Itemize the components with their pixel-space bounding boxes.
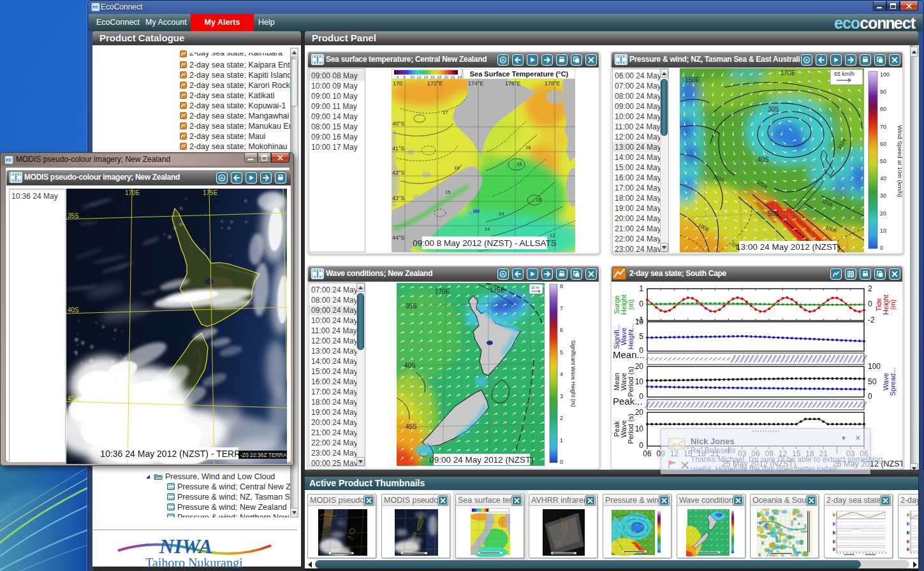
- svg-text:09:00 24 May 2012 (NZST): 09:00 24 May 2012 (NZST): [429, 455, 534, 465]
- svg-text:PeakWavePeriod (s): PeakWavePeriod (s): [613, 414, 634, 444]
- svg-text:WaveSpread...: WaveSpread...: [882, 368, 897, 396]
- svg-text:10: 10: [880, 228, 886, 234]
- svg-text:8: 8: [560, 283, 563, 289]
- svg-text:42°S: 42°S: [392, 170, 405, 176]
- svg-text:41°S: 41°S: [392, 145, 405, 152]
- svg-text:60: 60: [880, 141, 886, 147]
- svg-text:174°E: 174°E: [468, 80, 484, 87]
- svg-text:6: 6: [560, 327, 563, 333]
- svg-text:45S: 45S: [68, 395, 79, 402]
- svg-text:170: 170: [393, 80, 402, 87]
- svg-text:150E: 150E: [685, 76, 700, 83]
- svg-text:20: 20: [880, 210, 886, 217]
- svg-text:-2: -2: [868, 315, 875, 324]
- svg-text:Significant Wave Height (m): Significant Wave Height (m): [570, 340, 576, 407]
- svg-text:1: 1: [560, 437, 563, 444]
- svg-text:90: 90: [880, 89, 886, 95]
- svg-text:14: 14: [423, 75, 428, 79]
- svg-text:40°S: 40°S: [392, 120, 405, 127]
- svg-text:30S: 30S: [768, 106, 779, 113]
- svg-text:06: 06: [643, 449, 652, 458]
- svg-text:50: 50: [880, 158, 886, 164]
- svg-text:172°E: 172°E: [427, 80, 443, 87]
- svg-text:50: 50: [868, 377, 877, 386]
- svg-text:20: 20: [444, 75, 448, 79]
- svg-text:170E: 170E: [781, 69, 796, 76]
- svg-text:20: 20: [635, 362, 644, 371]
- svg-text:10:36 24 May 2012 (NZST) - TER: 10:36 24 May 2012 (NZST) - TERRA: [100, 449, 247, 459]
- svg-text:ec: ec: [6, 157, 11, 163]
- svg-text:5: 5: [639, 332, 643, 341]
- svg-text:20: 20: [635, 408, 644, 417]
- svg-text:170E: 170E: [125, 189, 140, 196]
- svg-text:7: 7: [560, 305, 563, 312]
- svg-text:0: 0: [880, 245, 883, 251]
- svg-text:Sea Surface Temperature (°C): Sea Surface Temperature (°C): [470, 70, 569, 78]
- svg-text:Taihoro Nukurangi: Taihoro Nukurangi: [145, 556, 243, 568]
- svg-text:0: 0: [639, 300, 643, 308]
- svg-text:10: 10: [635, 377, 644, 386]
- svg-text:16: 16: [454, 165, 459, 171]
- svg-text:10: 10: [410, 75, 414, 79]
- svg-text:35S: 35S: [406, 303, 417, 310]
- svg-text:10 m: 10 m: [531, 286, 539, 289]
- svg-text:13:00 24 May 2012 (NZST): 13:00 24 May 2012 (NZST): [736, 242, 840, 252]
- svg-text:0: 0: [639, 441, 643, 450]
- svg-text:Wind Speed at 10m (km/h): Wind Speed at 10m (km/h): [897, 126, 904, 198]
- svg-text:0: 0: [560, 459, 563, 465]
- svg-text:15: 15: [445, 189, 450, 195]
- svg-text:175E: 175E: [203, 189, 218, 196]
- svg-text:2: 2: [868, 284, 872, 293]
- svg-text:16: 16: [430, 75, 435, 79]
- svg-text:TideHeight(m): TideHeight(m): [875, 294, 897, 315]
- svg-text:40S: 40S: [404, 362, 416, 369]
- svg-text:80: 80: [880, 106, 886, 112]
- svg-text:NIWA: NIWA: [159, 535, 212, 558]
- svg-text:43°S: 43°S: [392, 195, 405, 201]
- svg-text:100: 100: [880, 71, 890, 78]
- svg-text:SurgeHeight(m): SurgeHeight(m): [613, 294, 634, 315]
- svg-text:-Z0 22:36Z TERRA: -Z0 22:36Z TERRA: [240, 452, 287, 458]
- svg-text:40: 40: [880, 175, 886, 182]
- svg-text:14: 14: [499, 211, 504, 217]
- svg-text:16: 16: [525, 145, 531, 150]
- svg-text:15: 15: [536, 197, 541, 203]
- svg-text:12: 12: [550, 233, 555, 238]
- svg-text:09:00 8 May 2012 (NZST) - ALLS: 09:00 8 May 2012 (NZST) - ALLSATS: [413, 238, 557, 248]
- svg-text:50S: 50S: [768, 210, 779, 217]
- svg-text:24: 24: [457, 75, 462, 79]
- svg-text:3: 3: [560, 393, 563, 400]
- svg-text:12: 12: [417, 75, 422, 79]
- svg-text:30: 30: [880, 192, 886, 199]
- svg-text:40S: 40S: [68, 307, 79, 314]
- svg-text:40S: 40S: [758, 156, 769, 163]
- svg-text:45S: 45S: [406, 423, 417, 430]
- svg-text:4: 4: [560, 371, 563, 377]
- svg-text:65 km/h: 65 km/h: [834, 71, 854, 77]
- svg-text:35S: 35S: [68, 212, 79, 219]
- svg-text:14: 14: [485, 226, 490, 232]
- svg-text:Peak...: Peak...: [613, 396, 643, 407]
- svg-text:70: 70: [880, 124, 886, 130]
- svg-text:10: 10: [635, 317, 644, 326]
- svg-text:22: 22: [451, 75, 455, 79]
- svg-text:MeanWavePeriod (s): MeanWavePeriod (s): [613, 366, 634, 397]
- svg-text:15: 15: [517, 161, 522, 167]
- svg-text:175E: 175E: [490, 287, 505, 294]
- svg-text:1: 1: [639, 284, 643, 293]
- svg-text:0: 0: [868, 300, 872, 308]
- svg-text:44°S: 44°S: [392, 235, 405, 241]
- svg-text:ec: ec: [92, 4, 98, 10]
- svg-text:100: 100: [868, 362, 881, 371]
- svg-text:178°E: 178°E: [545, 80, 561, 87]
- svg-text:176°E: 176°E: [505, 80, 521, 87]
- svg-text:Signifi...WaveHeight...: Signifi...WaveHeight...: [613, 324, 634, 350]
- svg-text:10: 10: [635, 424, 644, 433]
- svg-text:0: 0: [868, 392, 872, 401]
- svg-text:2: 2: [560, 415, 563, 421]
- svg-text:170E: 170E: [435, 288, 450, 295]
- svg-text:5: 5: [560, 349, 563, 356]
- svg-text:Mean...: Mean...: [613, 349, 645, 360]
- svg-text:18: 18: [437, 75, 442, 79]
- svg-text:17: 17: [443, 110, 448, 115]
